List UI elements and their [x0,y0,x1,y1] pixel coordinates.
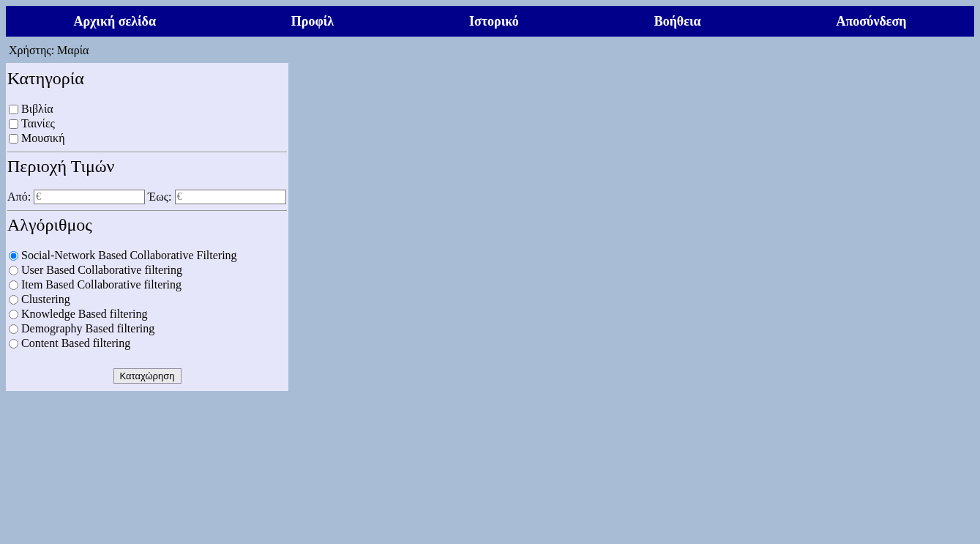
label-clustering: Clustering [21,292,70,307]
price-to-label: Έως: [148,190,171,204]
nav-help[interactable]: Βοήθεια [654,14,701,29]
radio-social[interactable] [9,251,18,261]
label-music: Μουσική [21,131,65,146]
radio-content[interactable] [9,339,18,349]
radio-demography[interactable] [9,324,18,334]
label-user: User Based Collaborative filtering [21,263,182,277]
label-books: Βιβλία [21,102,53,116]
nav-home[interactable]: Αρχική σελίδα [73,14,156,29]
price-title: Περιοχή Τιμών [7,157,287,176]
sidebar: Κατηγορία Βιβλία Ταινίες Μουσική Περιοχή… [6,63,288,391]
label-content: Content Based filtering [21,336,130,351]
nav-profile[interactable]: Προφίλ [291,14,334,29]
category-title: Κατηγορία [7,69,287,89]
nav-history[interactable]: Ιστορικό [469,14,519,29]
radio-clustering[interactable] [9,295,18,305]
radio-user[interactable] [9,266,18,275]
checkbox-books[interactable] [9,105,18,114]
label-item: Item Based Collaborative filtering [21,277,182,292]
checkbox-movies[interactable] [9,119,18,129]
price-from-label: Από: [7,190,31,204]
radio-item[interactable] [9,280,18,290]
label-movies: Ταινίες [21,116,55,131]
divider [7,210,287,211]
price-to-input[interactable] [175,190,286,204]
divider [7,152,287,152]
price-from-input[interactable] [34,190,145,204]
user-info: Χρήστης: Μαρία [6,37,974,63]
label-social: Social-Network Based Collaborative Filte… [21,248,237,263]
algorithm-title: Αλγόριθμος [7,215,287,235]
radio-knowledge[interactable] [9,310,18,319]
checkbox-music[interactable] [9,134,18,144]
label-demography: Demography Based filtering [21,321,154,336]
nav-bar: Αρχική σελίδα Προφίλ Ιστορικό Βοήθεια Απ… [6,6,974,37]
nav-logout[interactable]: Αποσύνδεση [836,14,906,29]
submit-button[interactable]: Καταχώρηση [113,368,182,384]
label-knowledge: Knowledge Based filtering [21,307,147,321]
